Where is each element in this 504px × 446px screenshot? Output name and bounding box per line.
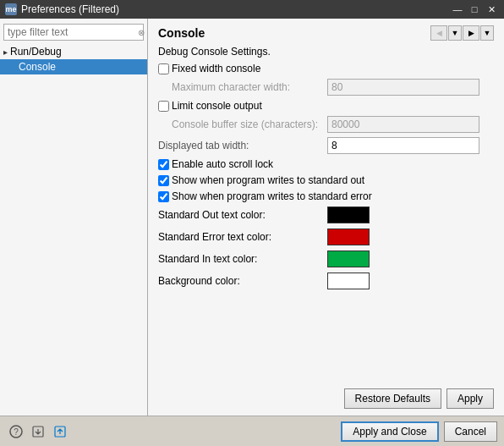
show-stderr-label[interactable]: Show when program writes to standard err… [158, 190, 372, 202]
nav-forward-dropdown[interactable]: ▼ [480, 25, 494, 41]
cancel-button[interactable]: Cancel [444, 421, 497, 442]
svg-text:?: ? [14, 427, 19, 437]
tab-width-label: Displayed tab width: [158, 140, 327, 151]
title-bar-controls: — □ ✕ [450, 3, 499, 16]
show-stderr-checkbox[interactable] [158, 191, 169, 202]
minimize-button[interactable]: — [450, 3, 465, 16]
fixed-width-text: Fixed width console [172, 63, 260, 74]
buffer-size-row: Console buffer size (characters): [158, 116, 494, 133]
stdout-color-row: Standard Out text color: [158, 206, 494, 223]
apply-and-close-button[interactable]: Apply and Close [341, 421, 438, 442]
fixed-width-group: Fixed width console [158, 63, 494, 74]
filter-row: ⊗ [3, 24, 144, 41]
title-bar-text: Preferences (Filtered) [21, 3, 450, 15]
tree-label-console: Console [3, 61, 56, 73]
buffer-size-label: Console buffer size (characters): [158, 118, 327, 130]
filter-clear-icon[interactable]: ⊗ [138, 25, 145, 39]
section-desc: Debug Console Settings. [158, 46, 494, 58]
export-icon[interactable] [51, 422, 69, 441]
tree-item-console[interactable]: Console [0, 59, 147, 74]
nav-back-button[interactable]: ◀ [430, 25, 447, 41]
auto-scroll-text: Enable auto scroll lock [172, 158, 273, 170]
filter-input[interactable] [4, 25, 138, 40]
show-stderr-group: Show when program writes to standard err… [158, 190, 494, 202]
tree-item-run-debug[interactable]: ▸ Run/Debug [0, 44, 147, 59]
stderr-color-swatch[interactable] [327, 229, 370, 245]
right-panel: Console ◀ ▼ ▶ ▼ Debug Console Settings. … [148, 19, 504, 416]
bottom-actions: Apply and Close Cancel [341, 421, 497, 442]
stdout-color-swatch[interactable] [327, 206, 370, 223]
nav-controls: ◀ ▼ ▶ ▼ [430, 25, 494, 41]
tree-label-run-debug: Run/Debug [10, 46, 62, 58]
max-char-label: Maximum character width: [158, 81, 327, 93]
show-stdout-checkbox[interactable] [158, 175, 169, 186]
stdin-color-row: Standard In text color: [158, 251, 494, 267]
stdout-color-label: Standard Out text color: [158, 209, 327, 221]
panel-title: Console [158, 26, 430, 40]
show-stdout-label[interactable]: Show when program writes to standard out [158, 174, 364, 186]
fixed-width-checkbox[interactable] [158, 63, 169, 74]
bg-color-row: Background color: [158, 273, 494, 289]
right-panel-inner: Console ◀ ▼ ▶ ▼ Debug Console Settings. … [158, 25, 494, 409]
limit-output-label[interactable]: Limit console output [158, 100, 262, 112]
show-stdout-text: Show when program writes to standard out [172, 174, 364, 186]
close-button[interactable]: ✕ [484, 3, 499, 16]
stdin-color-label: Standard In text color: [158, 253, 327, 265]
auto-scroll-checkbox[interactable] [158, 159, 169, 170]
stdin-color-swatch[interactable] [327, 251, 370, 267]
show-stdout-group: Show when program writes to standard out [158, 174, 494, 186]
limit-output-checkbox[interactable] [158, 101, 169, 112]
limit-output-group: Limit console output [158, 100, 494, 112]
bottom-bar: ? Apply and Close Cancel [0, 416, 504, 446]
nav-forward-button[interactable]: ▶ [463, 25, 479, 41]
tab-width-input[interactable] [327, 137, 479, 154]
import-icon[interactable] [29, 422, 47, 441]
stderr-color-label: Standard Error text color: [158, 231, 327, 243]
restore-defaults-button[interactable]: Restore Defaults [344, 388, 441, 409]
apply-button[interactable]: Apply [446, 388, 494, 409]
bg-color-swatch[interactable] [327, 273, 370, 289]
restore-apply-row: Restore Defaults Apply [158, 382, 494, 409]
show-stderr-text: Show when program writes to standard err… [172, 190, 372, 202]
right-panel-header: Console ◀ ▼ ▶ ▼ [158, 25, 494, 41]
main-container: ⊗ ▸ Run/Debug Console Console ◀ ▼ ▶ ▼ De… [0, 19, 504, 416]
limit-output-text: Limit console output [172, 100, 262, 112]
tab-width-row: Displayed tab width: [158, 137, 494, 154]
app-icon: me [5, 3, 17, 15]
buffer-size-input[interactable] [327, 116, 479, 133]
max-char-row: Maximum character width: [158, 79, 494, 96]
tree-arrow-run-debug: ▸ [3, 47, 8, 57]
bottom-icons: ? [7, 422, 341, 441]
help-icon[interactable]: ? [7, 422, 25, 441]
maximize-button[interactable]: □ [467, 3, 482, 16]
title-bar: me Preferences (Filtered) — □ ✕ [0, 0, 504, 19]
stderr-color-row: Standard Error text color: [158, 229, 494, 245]
auto-scroll-label[interactable]: Enable auto scroll lock [158, 158, 273, 170]
max-char-input[interactable] [327, 79, 479, 96]
left-panel: ⊗ ▸ Run/Debug Console [0, 19, 148, 416]
auto-scroll-group: Enable auto scroll lock [158, 158, 494, 170]
bg-color-label: Background color: [158, 275, 327, 287]
nav-back-dropdown[interactable]: ▼ [448, 25, 462, 41]
fixed-width-label[interactable]: Fixed width console [158, 63, 260, 74]
